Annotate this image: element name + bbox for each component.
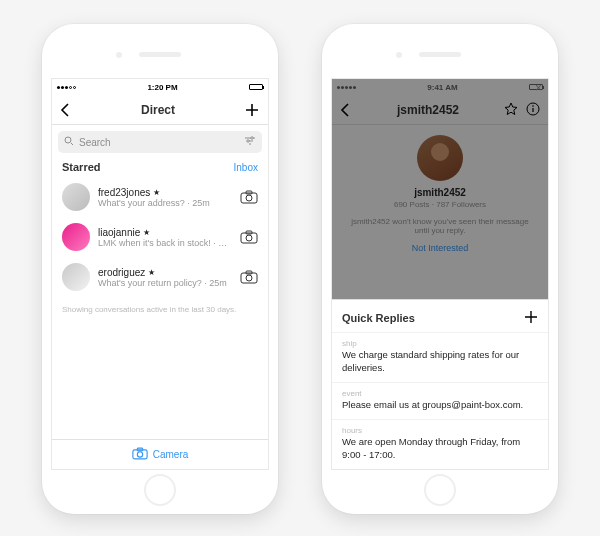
nav-bar: jsmith2452 [332, 95, 548, 125]
svg-point-16 [532, 105, 534, 107]
status-time: 9:41 AM [427, 83, 457, 92]
profile-note: jsmith2452 won't know you've seen their … [332, 217, 548, 235]
page-title: jsmith2452 [397, 103, 459, 117]
status-bar: 9:41 AM [332, 79, 548, 95]
reply-shortcut: hours [342, 426, 538, 435]
camera-icon[interactable] [240, 190, 258, 204]
thread-preview: LMK when it's back in stock! · 25m [98, 238, 232, 248]
filter-icon[interactable] [244, 136, 256, 148]
thread-row[interactable]: liaojannie★ LMK when it's back in stock!… [52, 217, 268, 257]
profile-stats: 690 Posts · 787 Followers [332, 200, 548, 209]
camera-icon[interactable] [240, 270, 258, 284]
section-title: Starred [62, 161, 101, 173]
quick-reply-item[interactable]: hours We are open Monday through Friday,… [332, 419, 548, 469]
reply-text: We charge standard shipping rates for ou… [342, 349, 538, 374]
page-title: Direct [141, 103, 175, 117]
profile-username: jsmith2452 [332, 187, 548, 198]
reply-text: Please email us at groups@paint-box.com. [342, 399, 538, 411]
star-icon: ★ [148, 268, 155, 277]
svg-point-10 [246, 275, 252, 281]
svg-point-2 [247, 140, 249, 142]
inbox-link[interactable]: Inbox [234, 162, 258, 173]
section-header: Starred Inbox [52, 153, 268, 177]
info-icon[interactable] [526, 102, 540, 118]
screen-chat: 9:41 AM jsmith2452 × jsmith2452 690 Post… [331, 78, 549, 470]
avatar [62, 183, 90, 211]
quick-reply-item[interactable]: event Please email us at groups@paint-bo… [332, 382, 548, 419]
reply-shortcut: ship [342, 339, 538, 348]
thread-row[interactable]: erodriguez★ What's your return policy? ·… [52, 257, 268, 297]
nav-bar: Direct [52, 95, 268, 125]
thread-preview: What's your return policy? · 25m [98, 278, 232, 288]
star-icon: ★ [153, 188, 160, 197]
camera-icon [132, 447, 148, 462]
status-time: 1:20 PM [147, 83, 177, 92]
phone-frame-right: 9:41 AM jsmith2452 × jsmith2452 690 Post… [322, 24, 558, 514]
camera-label: Camera [153, 449, 189, 460]
avatar [62, 263, 90, 291]
add-reply-icon[interactable] [524, 310, 538, 326]
reply-shortcut: event [342, 389, 538, 398]
back-icon[interactable] [340, 103, 352, 117]
thread-username: liaojannie [98, 227, 140, 238]
sheet-title: Quick Replies [342, 312, 415, 324]
thread-username: fred23jones [98, 187, 150, 198]
svg-point-1 [251, 137, 253, 139]
screen-direct: 1:20 PM Direct Search Starred Inbox [51, 78, 269, 470]
thread-preview: What's your address? · 25m [98, 198, 232, 208]
search-icon [64, 136, 74, 148]
meta-text: Showing conversations active in the last… [52, 297, 268, 322]
search-input[interactable]: Search [58, 131, 262, 153]
thread-row[interactable]: fred23jones★ What's your address? · 25m [52, 177, 268, 217]
reply-text: We are open Monday through Friday, from … [342, 436, 538, 461]
avatar [62, 223, 90, 251]
svg-point-13 [137, 452, 142, 457]
avatar [417, 135, 463, 181]
svg-point-0 [65, 137, 71, 143]
phone-frame-left: 1:20 PM Direct Search Starred Inbox [42, 24, 278, 514]
svg-point-4 [246, 195, 252, 201]
profile-card: jsmith2452 690 Posts · 787 Followers jsm… [332, 125, 548, 257]
thread-username: erodriguez [98, 267, 145, 278]
quick-reply-item[interactable]: ship We charge standard shipping rates f… [332, 332, 548, 382]
quick-replies-sheet: Quick Replies ship We charge standard sh… [332, 299, 548, 469]
star-outline-icon[interactable] [504, 102, 518, 118]
status-bar: 1:20 PM [52, 79, 268, 95]
new-message-icon[interactable] [244, 102, 260, 118]
back-icon[interactable] [60, 103, 72, 117]
camera-icon[interactable] [240, 230, 258, 244]
camera-button[interactable]: Camera [52, 439, 268, 469]
not-interested-link[interactable]: Not Interested [332, 243, 548, 253]
star-icon: ★ [143, 228, 150, 237]
svg-point-7 [246, 235, 252, 241]
close-icon[interactable]: × [535, 81, 542, 95]
search-placeholder: Search [79, 137, 111, 148]
